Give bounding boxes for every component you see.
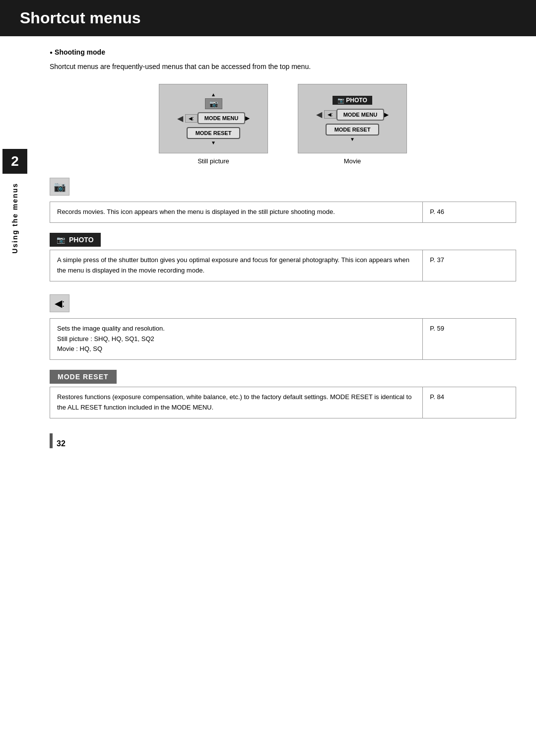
main-content: Shooting mode Shortcut menus are frequen… (30, 36, 536, 468)
photo-feature-table: A simple press of the shutter button giv… (50, 250, 516, 281)
quality-section: ◀: Sets the image quality and resolution… (50, 291, 516, 360)
movie-nav-diagram: 📷 PHOTO ◀ ◀: MODE MENU ▶ (303, 96, 402, 142)
mode-reset-label-text: MODE RESET (58, 373, 109, 381)
movie-arrow-left: ◀ (316, 110, 322, 119)
movie-box: 📷 PHOTO ◀ ◀: MODE MENU ▶ (298, 84, 407, 153)
still-top-icon: 📷 (205, 98, 222, 109)
movie-photo-label: 📷 PHOTO (333, 96, 372, 105)
quality-desc-line2: Still picture : SHQ, HQ, SQ1, SQ2 (57, 335, 154, 343)
still-picture-diagram: ▲ 📷 ◀ ◀: MODE MENU ▶ (159, 84, 268, 153)
shooting-mode-heading: Shooting mode (50, 48, 516, 56)
movie-mode-reset-btn: MODE RESET (326, 124, 380, 136)
movie-icon-row: 📷 (50, 175, 516, 199)
quality-icon-row: ◀: (50, 291, 516, 315)
quality-icon-box: ◀: (50, 294, 69, 312)
diagrams-row: ▲ 📷 ◀ ◀: MODE MENU ▶ (50, 84, 516, 153)
movie-camera-icon: 📷 (54, 181, 66, 193)
table-row: Records movies. This icon appears when t… (50, 202, 516, 223)
diagram-captions: Still picture Movie (50, 157, 516, 165)
quality-desc-line1: Sets the image quality and resolution. (57, 325, 165, 332)
intro-text: Shortcut menus are frequently-used menus… (50, 61, 516, 72)
page-number-bar (50, 433, 53, 448)
sidebar: 2 Using the menus (0, 149, 30, 716)
page-number: 32 (57, 439, 66, 448)
page-header: Shortcut menus (0, 0, 536, 36)
table-row: Restores functions (exposure compensatio… (50, 387, 516, 418)
page-title: Shortcut menus (20, 9, 516, 27)
photo-camera-icon: 📷 (57, 236, 65, 244)
still-nav-diagram: ▲ 📷 ◀ ◀: MODE MENU ▶ (164, 92, 263, 145)
photo-section: 📷 PHOTO A simple press of the shutter bu… (50, 233, 516, 281)
still-middle-row: ◀ ◀: MODE MENU ▶ (164, 112, 263, 124)
movie-diagram: 📷 PHOTO ◀ ◀: MODE MENU ▶ (298, 84, 407, 153)
mode-reset-page-cell: P. 84 (423, 387, 516, 418)
quality-icon: ◀: (55, 297, 65, 309)
still-arrow-left: ◀ (177, 114, 183, 123)
mode-reset-feature-table: Restores functions (exposure compensatio… (50, 387, 516, 418)
still-mode-menu-btn: MODE MENU (198, 112, 245, 124)
mode-reset-section: MODE RESET Restores functions (exposure … (50, 370, 516, 418)
movie-caption: Movie (298, 157, 407, 165)
mode-reset-desc-cell: Restores functions (exposure compensatio… (50, 387, 423, 418)
table-row: A simple press of the shutter button giv… (50, 250, 516, 281)
page-number-section: 32 (50, 433, 516, 448)
movie-mode-menu-btn: MODE MENU (336, 109, 384, 121)
photo-page-cell: P. 37 (423, 250, 516, 281)
movie-icon-section: 📷 Records movies. This icon appears when… (50, 175, 516, 223)
sidebar-text: Using the menus (11, 183, 19, 254)
table-row: Sets the image quality and resolution. S… (50, 318, 516, 359)
still-caption: Still picture (159, 157, 268, 165)
photo-desc-cell: A simple press of the shutter button giv… (50, 250, 423, 281)
photo-label-bar: 📷 PHOTO (50, 233, 101, 247)
mode-reset-label-bar: MODE RESET (50, 370, 117, 384)
still-picture-box: ▲ 📷 ◀ ◀: MODE MENU ▶ (159, 84, 268, 153)
movie-icon-box: 📷 (50, 178, 69, 196)
movie-page-cell: P. 46 (423, 202, 516, 223)
movie-desc-cell: Records movies. This icon appears when t… (50, 202, 423, 223)
quality-feature-table: Sets the image quality and resolution. S… (50, 318, 516, 360)
movie-feature-table: Records movies. This icon appears when t… (50, 202, 516, 223)
quality-desc-line3: Movie : HQ, SQ (57, 345, 102, 352)
quality-page-cell: P. 59 (423, 318, 516, 359)
still-mode-reset-btn: MODE RESET (187, 127, 241, 139)
photo-label-text: PHOTO (69, 236, 94, 244)
quality-desc-cell: Sets the image quality and resolution. S… (50, 318, 423, 359)
movie-middle-row: ◀ ◀: MODE MENU ▶ (303, 109, 402, 121)
sidebar-number: 2 (2, 149, 27, 174)
